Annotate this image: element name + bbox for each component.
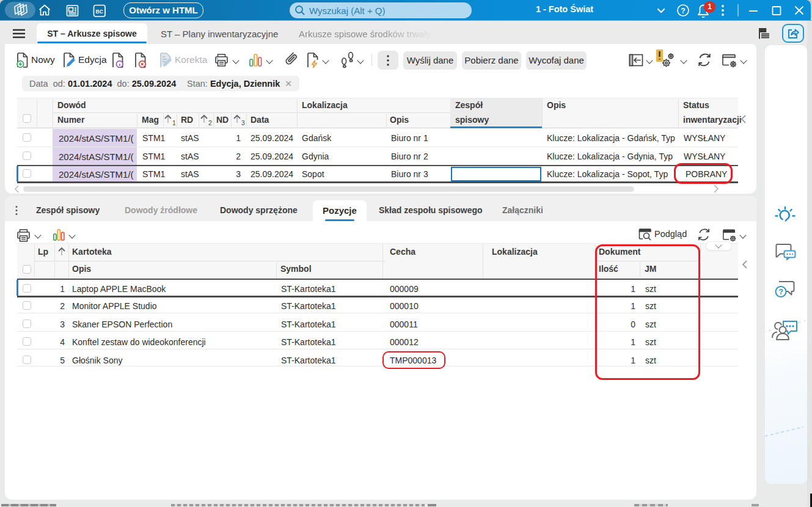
svg-text:3: 3 xyxy=(241,119,245,126)
svg-text:2: 2 xyxy=(208,119,212,126)
svg-text:BC: BC xyxy=(96,9,103,15)
svg-text:?: ? xyxy=(681,7,685,15)
svg-text:1: 1 xyxy=(172,119,176,126)
svg-text:?: ? xyxy=(778,288,783,296)
